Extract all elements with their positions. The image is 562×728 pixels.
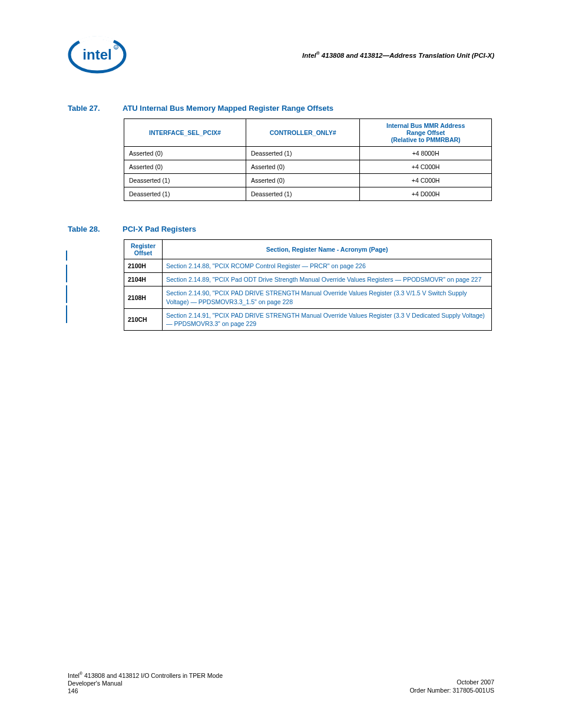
svg-text:intel: intel [82,47,111,62]
table-row: 2100H Section 2.14.88, "PCIX RCOMP Contr… [124,259,492,273]
intel-logo: intel R [68,35,127,74]
table-27-caption: Table 27. ATU Internal Bus Memory Mapped… [68,104,494,113]
table-number: Table 27. [68,104,106,113]
t28-header-col1: Register Offset [124,240,163,259]
svg-text:R: R [115,46,117,50]
table-row: 210CH Section 2.14.91, "PCIX PAD DRIVE S… [124,308,492,330]
t27-header-col2: CONTROLLER_ONLY# [246,119,359,147]
table-28-caption: Table 28. PCI-X Pad Registers [68,225,494,233]
table-row: Deasserted (1) Deasserted (1) +4 D000H [124,187,492,201]
change-bar-icon [66,265,67,282]
cross-reference-link[interactable]: Section 2.14.89, "PCIX Pad ODT Drive Str… [163,273,492,286]
cross-reference-link[interactable]: Section 2.14.90, "PCIX PAD DRIVE STRENGT… [163,286,492,308]
header-title: Intel® 413808 and 413812—Address Transla… [302,51,494,59]
page-footer: Intel® 413808 and 413812 I/O Controllers… [68,671,494,696]
page-number: 146 [68,687,78,694]
table-row: 2104H Section 2.14.89, "PCIX Pad ODT Dri… [124,273,492,286]
change-bar-icon [66,305,67,323]
table-28: Register Offset Section, Register Name -… [124,239,492,331]
change-bar-icon [66,251,67,261]
table-row: Asserted (0) Deasserted (1) +4 8000H [124,147,492,160]
t27-header-col3: Internal Bus MMR Address Range Offset (R… [360,119,492,147]
table-number: Table 28. [68,225,106,233]
t28-header-col2: Section, Register Name - Acronym (Page) [163,240,492,259]
table-row: Asserted (0) Asserted (0) +4 C000H [124,160,492,174]
table-row: Deasserted (1) Asserted (0) +4 C000H [124,174,492,187]
table-title: PCI-X Pad Registers [123,225,196,233]
table-27: INTERFACE_SEL_PCIX# CONTROLLER_ONLY# Int… [124,118,492,201]
table-row: 2108H Section 2.14.90, "PCIX PAD DRIVE S… [124,286,492,308]
change-bar-icon [66,285,67,303]
footer-left: Intel® 413808 and 413812 I/O Controllers… [68,671,223,696]
cross-reference-link[interactable]: Section 2.14.91, "PCIX PAD DRIVE STRENGT… [163,308,492,330]
cross-reference-link[interactable]: Section 2.14.88, "PCIX RCOMP Control Reg… [163,259,492,273]
t27-header-col1: INTERFACE_SEL_PCIX# [124,119,246,147]
table-title: ATU Internal Bus Memory Mapped Register … [123,104,333,113]
footer-right: October 2007 Order Number: 317805-001US [409,671,494,696]
page-header: intel R Intel® 413808 and 413812—Address… [68,35,494,74]
